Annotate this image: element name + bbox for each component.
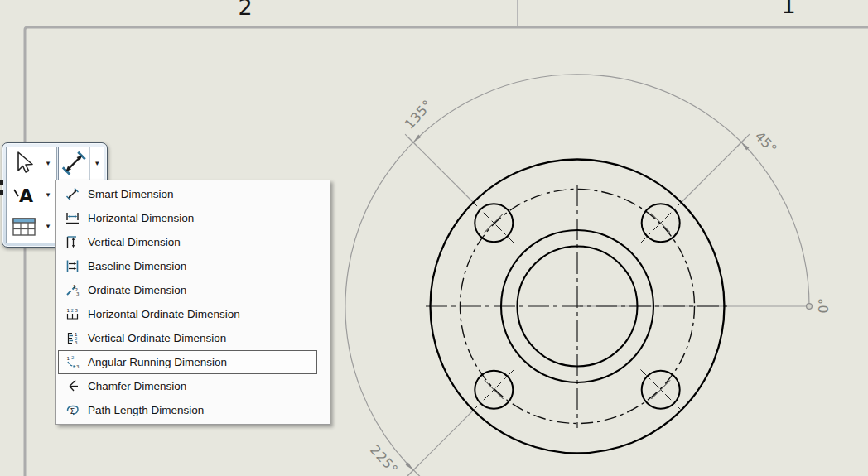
svg-text:A: A (19, 185, 33, 206)
vertical-dimension-icon (64, 235, 80, 250)
menu-item-label: Angular Running Dimension (88, 356, 227, 368)
menu-item-vertical-dimension[interactable]: Vertical Dimension (56, 230, 330, 254)
path-length-dimension-icon: Σ (64, 403, 80, 418)
svg-text:3: 3 (76, 364, 80, 369)
dimension-labels: 135° 45° 225° 0° (367, 97, 831, 476)
horizontal-ordinate-dimension-icon: 1 2 3 (64, 307, 80, 322)
menu-item-label: Vertical Dimension (88, 236, 181, 248)
smart-dimension-icon (64, 187, 80, 202)
palette-grip-mark (0, 190, 3, 195)
menu-item-label: Vertical Ordinate Dimension (88, 332, 226, 344)
menu-item-horizontal-ordinate-dimension[interactable]: 1 2 3 Horizontal Ordinate Dimension (56, 302, 330, 326)
note-tool-button[interactable]: A ▾ (7, 179, 56, 210)
smart-dimension-icon (59, 147, 90, 180)
flange-view (426, 160, 730, 454)
svg-text:Σ: Σ (70, 407, 75, 416)
menu-item-label: Horizontal Dimension (88, 212, 194, 224)
angular-running-dimension-icon: 1 2 3 (64, 355, 80, 370)
table-icon (7, 217, 41, 237)
note-icon: A (7, 183, 41, 206)
dim-45: 45° (752, 128, 780, 157)
menu-item-label: Path Length Dimension (88, 404, 204, 416)
menu-item-path-length-dimension[interactable]: Σ Path Length Dimension (56, 398, 330, 422)
svg-text:2: 2 (71, 355, 75, 360)
angular-running-dimension-set (345, 75, 812, 476)
palette-grip-mark (0, 180, 3, 185)
menu-item-label: Horizontal Ordinate Dimension (88, 308, 240, 320)
select-tool-button[interactable]: ▾ (7, 147, 56, 179)
svg-text:3: 3 (75, 340, 78, 345)
chevron-down-icon[interactable]: ▾ (41, 160, 55, 167)
chevron-down-icon[interactable]: ▾ (90, 160, 104, 167)
chevron-down-icon[interactable]: ▾ (41, 223, 55, 230)
menu-item-label: Baseline Dimension (88, 260, 186, 272)
zone-label-left: 2 (238, 0, 252, 20)
zero-origin-marker (807, 304, 813, 310)
menu-item-baseline-dimension[interactable]: Baseline Dimension (56, 254, 330, 278)
menu-item-angular-running-dimension[interactable]: 1 2 3 Angular Running Dimension (58, 350, 317, 374)
chamfer-dimension-icon (64, 379, 80, 394)
svg-text:3: 3 (75, 308, 78, 313)
menu-item-label: Smart Dimension (88, 188, 174, 200)
dimension-flyout-menu: Smart Dimension Horizontal Dimension (55, 180, 330, 425)
zone-label-right: 1 (781, 0, 795, 18)
chevron-down-icon[interactable]: ▾ (41, 191, 55, 199)
solidworks-drawing-viewport: { "sheet": { "zone_left": "2", "zone_rig… (0, 0, 868, 476)
table-tool-button[interactable]: ▾ (7, 211, 56, 243)
svg-text:1: 1 (66, 308, 70, 313)
ordinate-dimension-icon: 1 2 3 (64, 283, 80, 298)
svg-text:2: 2 (70, 308, 74, 313)
dim-225: 225° (367, 442, 401, 476)
palette-tool-column: ▾ A ▾ ▾ (6, 147, 57, 243)
dim-0: 0° (816, 297, 832, 313)
menu-item-label: Chamfer Dimension (88, 380, 186, 392)
menu-item-chamfer-dimension[interactable]: Chamfer Dimension (56, 374, 330, 398)
menu-item-smart-dimension[interactable]: Smart Dimension (56, 182, 330, 206)
svg-text:1: 1 (66, 356, 70, 361)
baseline-dimension-icon (64, 259, 80, 274)
menu-item-label: Ordinate Dimension (88, 284, 186, 296)
select-arrow-icon (7, 151, 41, 175)
menu-item-vertical-ordinate-dimension[interactable]: 1 2 3 Vertical Ordinate Dimension (56, 326, 330, 350)
horizontal-dimension-icon (64, 211, 80, 226)
menu-item-horizontal-dimension[interactable]: Horizontal Dimension (56, 206, 330, 230)
vertical-ordinate-dimension-icon: 1 2 3 (64, 331, 80, 346)
smart-dimension-flyout-button[interactable]: ▾ (58, 147, 104, 180)
menu-item-ordinate-dimension[interactable]: 1 2 3 Ordinate Dimension (56, 278, 330, 302)
svg-text:3: 3 (76, 291, 80, 296)
